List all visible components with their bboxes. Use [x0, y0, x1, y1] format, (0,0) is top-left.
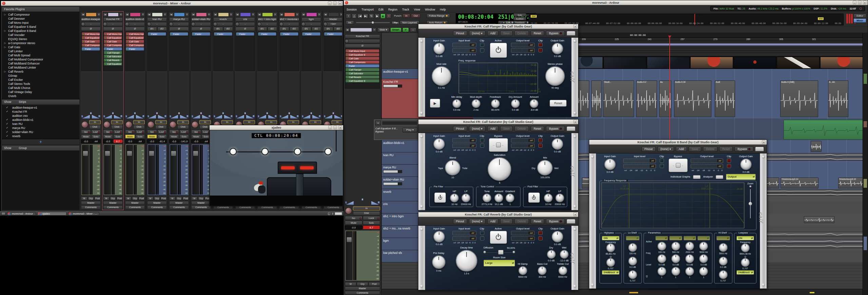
processor-item[interactable]: Fader	[280, 32, 298, 36]
phase-invert-button[interactable]: Ø	[169, 27, 189, 31]
processor-active-led[interactable]	[105, 41, 106, 42]
group-button[interactable]: Grp	[198, 197, 204, 200]
fader[interactable]	[192, 145, 199, 195]
processor-item[interactable]: Fader	[104, 47, 122, 51]
panner[interactable]: LR	[125, 112, 145, 119]
trim-knob[interactable]	[345, 207, 352, 215]
expand-arrow-icon[interactable]: ▷	[3, 45, 7, 49]
stereo-phase-knob[interactable]	[545, 66, 565, 86]
favorite-plugin-item[interactable]: Calf Limiter	[2, 49, 79, 53]
processor-active-led[interactable]	[237, 34, 238, 35]
mute-button[interactable]: Mute	[169, 134, 179, 139]
fader-handle[interactable]	[149, 151, 154, 156]
room-size-dropdown[interactable]: Large⇄	[484, 260, 515, 266]
edit-mode-dropdown[interactable]: Slide ▾	[377, 27, 389, 32]
fader[interactable]	[82, 145, 89, 195]
transport-button[interactable]: △	[352, 14, 357, 19]
phase-invert-button[interactable]: Ø	[345, 44, 380, 48]
solo-isolate-button[interactable]: Iso	[103, 130, 113, 134]
output-button[interactable]: Master	[81, 201, 101, 205]
processor-item[interactable]: Calf Mono Input	[346, 49, 379, 53]
strip-list-item[interactable]: ✓ reverb	[2, 134, 79, 138]
maximize-icon[interactable]: □	[333, 1, 337, 5]
strip-close-button[interactable]: ×	[163, 13, 167, 17]
clear-icon[interactable]: ×	[372, 28, 376, 32]
hs-freq-knob[interactable]	[719, 243, 728, 252]
processor-item[interactable]: Calf Equalizer 8	[104, 62, 122, 66]
maximize-icon[interactable]: □	[858, 1, 862, 4]
strip-name-button[interactable]: cris	[235, 17, 255, 21]
metering-point-knob[interactable]	[81, 22, 85, 26]
strip-name-button[interactable]: Ivan RU	[147, 17, 167, 21]
disk-monitor-button[interactable]: Disk	[177, 125, 189, 129]
strip-collapse-button[interactable]: ◂▸	[169, 13, 174, 17]
strip-color-swatch[interactable]	[306, 13, 317, 17]
input-monitor-button[interactable]: In	[332, 120, 342, 124]
play-button[interactable]: ▶	[430, 99, 440, 108]
meter-point-button[interactable]: M	[345, 282, 356, 286]
fader[interactable]	[126, 145, 133, 195]
solo-lock-button[interactable]: Lock	[179, 130, 189, 134]
input-monitor-button[interactable]: In	[243, 120, 255, 124]
phase-invert-button[interactable]: Ø2	[290, 27, 299, 31]
processor-box[interactable]: Calf Mono Input Calf Equalizer 8 Calf Ga…	[103, 32, 123, 71]
panner[interactable]: LR	[81, 112, 101, 119]
meter-point-button[interactable]: M	[147, 197, 154, 200]
menu-item[interactable]: Help	[440, 8, 446, 11]
favorite-plugin-item[interactable]: Calf Mono Input	[2, 21, 79, 25]
bypass-button[interactable]: Bypass	[734, 146, 753, 152]
strip-close-button[interactable]: ×	[207, 13, 211, 17]
audio-region[interactable]: !!morevna-ep3.14	[781, 178, 818, 188]
input-monitor-button[interactable]: In	[111, 120, 123, 124]
solo-button[interactable]: Solo	[135, 134, 145, 139]
hs-q-knob[interactable]	[719, 270, 728, 279]
strip-color-swatch[interactable]	[196, 13, 207, 17]
transport-button[interactable]: ▶|	[363, 14, 368, 19]
favorite-plugin-item[interactable]: ▷ Calf Compressor	[2, 13, 79, 17]
audio-region[interactable]: !!Audi...	[603, 80, 634, 117]
expand-arrow-icon[interactable]	[3, 21, 7, 25]
clock-source-label[interactable]: INT/JACK	[458, 21, 468, 23]
processor-item[interactable]: Calf Compresso	[346, 60, 379, 64]
strip-collapse-button[interactable]: ◂▸	[323, 13, 328, 17]
meter-position-button[interactable]: Post	[138, 197, 145, 200]
phase-invert-button[interactable]: Ø2	[157, 27, 167, 31]
processor-active-led[interactable]	[127, 41, 128, 42]
strip-list-item[interactable]: ✓ audition-kwaque-v1	[2, 106, 79, 110]
favorite-plugin-item[interactable]: Calf Multiband Limiter	[2, 66, 79, 70]
xjadeo-titlebar[interactable]: xjadeo – □ ×	[210, 125, 343, 130]
minimize-icon[interactable]: –	[328, 1, 332, 5]
mute-button[interactable]: Mute	[125, 134, 135, 139]
transport-button[interactable]: ▶	[375, 14, 380, 19]
meter-position-button[interactable]: Post	[116, 197, 123, 200]
gain-display[interactable]: -0.0	[191, 139, 201, 143]
delete-preset-button[interactable]: Delete	[514, 219, 529, 224]
trim-knob[interactable]	[169, 121, 177, 128]
expand-arrow-icon[interactable]	[3, 94, 7, 98]
strip-color-swatch[interactable]	[86, 13, 97, 17]
expand-arrow-icon[interactable]	[3, 53, 7, 57]
processor-item[interactable]: Fader	[214, 32, 232, 36]
band-active-lcd[interactable]: ⇄	[669, 236, 682, 240]
phase-invert-button[interactable]: Ø1	[279, 27, 289, 31]
strip-color-swatch[interactable]	[130, 13, 141, 17]
processor-active-led[interactable]	[127, 37, 128, 39]
processor-item[interactable]: Calf Reverb	[346, 75, 379, 79]
close-icon[interactable]: ×	[573, 120, 577, 124]
expand-arrow-icon[interactable]	[3, 57, 7, 61]
param-knob[interactable]	[452, 99, 461, 108]
sync-source-button[interactable]: Int.	[346, 20, 354, 25]
strip-name-button[interactable]: reverb	[213, 17, 233, 21]
disk-monitor-button[interactable]: Disk	[353, 211, 380, 215]
solo-isolate-button[interactable]: Iso	[147, 130, 157, 134]
trim-knob[interactable]	[191, 121, 199, 128]
input-gain-knob[interactable]	[433, 43, 445, 54]
preset-dropdown[interactable]: (none) ▾	[469, 31, 486, 36]
processor-active-led[interactable]	[347, 73, 348, 74]
strip-name-button[interactable]: Koschei FR	[345, 34, 380, 38]
group-button[interactable]: Grp	[88, 197, 94, 200]
fader-handle[interactable]	[127, 151, 132, 156]
panner[interactable]: LR	[191, 112, 211, 119]
processor-active-led[interactable]	[83, 49, 84, 50]
processor-item[interactable]: Fader	[236, 32, 254, 36]
